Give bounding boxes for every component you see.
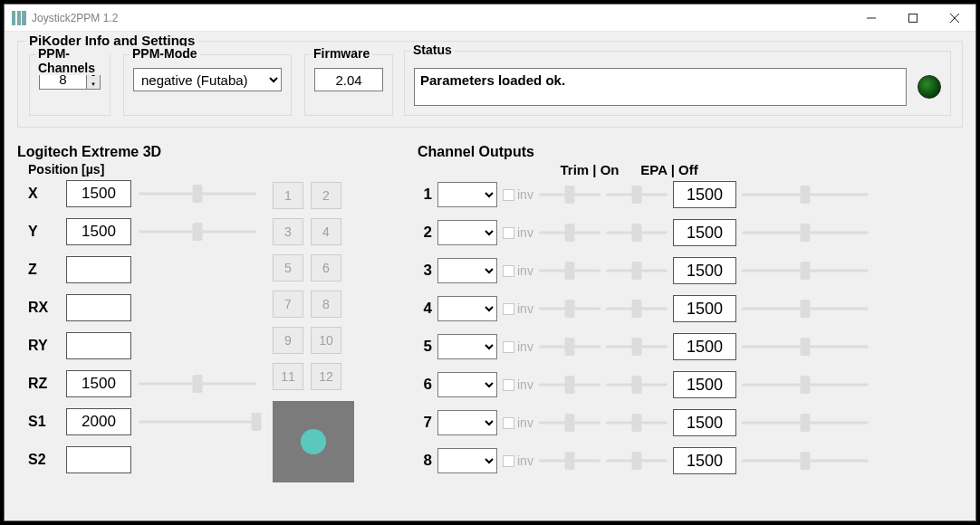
output-slider[interactable] — [742, 338, 869, 356]
output-slider[interactable] — [742, 414, 869, 432]
joystick-button-3: 3 — [273, 218, 303, 245]
epa-slider[interactable] — [606, 186, 668, 204]
ppm-channels-group: PPM-Channels ▲ ▼ — [29, 54, 110, 116]
axis-row-ry: RY — [28, 332, 256, 359]
invert-checkbox[interactable] — [503, 189, 514, 201]
invert-checkbox[interactable] — [503, 341, 514, 353]
channel-number: 5 — [418, 338, 432, 356]
axis-value-input[interactable] — [66, 218, 131, 245]
invert-checkbox[interactable] — [503, 417, 514, 429]
axis-value-input[interactable] — [66, 256, 131, 283]
trim-slider[interactable] — [539, 338, 600, 356]
trim-slider[interactable] — [539, 414, 600, 432]
channel-source-select[interactable] — [437, 372, 497, 397]
channel-output-value: 1500 — [673, 371, 736, 398]
joystick-button-7: 7 — [273, 291, 303, 318]
channel-number: 8 — [418, 452, 432, 470]
ppm-mode-label: PPM-Mode — [130, 46, 200, 61]
joystick-button-8: 8 — [311, 291, 341, 318]
output-slider[interactable] — [742, 376, 869, 394]
axis-value-input[interactable] — [66, 370, 131, 397]
output-slider[interactable] — [742, 452, 869, 470]
output-slider[interactable] — [742, 224, 869, 242]
axis-row-s2: S2 — [28, 446, 256, 473]
close-button[interactable] — [934, 5, 975, 31]
channel-output-value: 1500 — [673, 409, 736, 436]
output-slider[interactable] — [742, 300, 869, 318]
invert-checkbox[interactable] — [503, 379, 514, 391]
invert-checkbox[interactable] — [503, 303, 514, 315]
epa-slider[interactable] — [606, 338, 668, 356]
invert-label: inv — [517, 301, 533, 316]
channel-row-1: 1inv1500 — [418, 181, 963, 208]
trim-slider[interactable] — [539, 452, 600, 470]
axis-row-x: X — [28, 180, 256, 207]
invert-checkbox[interactable] — [503, 265, 514, 277]
axis-slider[interactable] — [139, 413, 256, 431]
axis-label: S2 — [28, 452, 59, 468]
joystick-button-2: 2 — [311, 182, 341, 209]
epa-slider[interactable] — [606, 376, 668, 394]
status-group: Status Parameters loaded ok. — [404, 51, 951, 116]
channel-source-select[interactable] — [437, 258, 497, 283]
channel-source-select[interactable] — [437, 448, 497, 473]
channel-number: 2 — [418, 224, 432, 242]
trim-slider[interactable] — [539, 300, 600, 318]
channel-source-select[interactable] — [437, 334, 497, 359]
epa-slider[interactable] — [606, 224, 668, 242]
channel-row-3: 3inv1500 — [418, 257, 963, 284]
minimize-button[interactable] — [850, 5, 892, 31]
output-slider[interactable] — [742, 262, 869, 280]
ppm-mode-select[interactable]: negative (Futaba) — [133, 68, 282, 91]
titlebar: Joystick2PPM 1.2 — [5, 5, 975, 32]
epa-slider[interactable] — [606, 414, 668, 432]
axis-value-input[interactable] — [66, 294, 131, 321]
firmware-value: 2.04 — [314, 68, 383, 91]
joystick-button-11: 11 — [273, 363, 303, 390]
channel-number: 6 — [418, 376, 432, 394]
trim-slider[interactable] — [539, 376, 600, 394]
joystick-button-6: 6 — [311, 254, 341, 282]
window-title: Joystick2PPM 1.2 — [32, 12, 118, 24]
trim-slider[interactable] — [539, 262, 600, 280]
axis-value-input[interactable] — [66, 180, 131, 207]
axis-label: RY — [28, 338, 59, 354]
channel-source-select[interactable] — [437, 182, 497, 207]
invert-wrap: inv — [503, 187, 533, 202]
status-label: Status — [410, 43, 455, 57]
axis-value-input[interactable] — [66, 408, 131, 435]
epa-slider[interactable] — [606, 300, 668, 318]
maximize-button[interactable] — [892, 5, 934, 31]
invert-checkbox[interactable] — [503, 227, 514, 239]
channels-section: Channel Outputs Trim | On EPA | Off 1inv… — [418, 144, 963, 485]
invert-wrap: inv — [503, 377, 533, 392]
channels-list: 1inv15002inv15003inv15004inv15005inv1500… — [418, 181, 963, 474]
axis-slider[interactable] — [139, 223, 256, 241]
channel-number: 3 — [418, 262, 432, 280]
axis-label: X — [28, 186, 59, 202]
status-led-icon — [918, 75, 941, 99]
joystick-buttons-grid: 123456789101112 — [273, 182, 340, 482]
output-slider[interactable] — [742, 186, 869, 204]
channel-row-5: 5inv1500 — [418, 333, 963, 360]
channel-source-select[interactable] — [437, 410, 497, 435]
axis-slider[interactable] — [139, 185, 256, 203]
channel-source-select[interactable] — [437, 296, 497, 321]
axis-slider[interactable] — [139, 375, 256, 393]
axis-value-input[interactable] — [66, 446, 131, 473]
epa-slider[interactable] — [606, 452, 668, 470]
channels-title: Channel Outputs — [418, 144, 963, 160]
ppm-channels-down[interactable]: ▼ — [87, 79, 100, 89]
joystick-button-5: 5 — [273, 254, 303, 282]
axis-value-input[interactable] — [66, 332, 131, 359]
invert-checkbox[interactable] — [503, 455, 514, 467]
epa-slider[interactable] — [606, 262, 668, 280]
trim-slider[interactable] — [539, 224, 600, 242]
channel-source-select[interactable] — [437, 220, 497, 245]
ppm-channels-label: PPM-Channels — [35, 46, 110, 75]
channel-number: 1 — [418, 186, 432, 204]
client-area: PiKoder Info and Settings PPM-Channels ▲… — [5, 32, 975, 494]
channel-output-value: 1500 — [673, 447, 736, 474]
invert-wrap: inv — [503, 453, 533, 468]
trim-slider[interactable] — [539, 186, 600, 204]
